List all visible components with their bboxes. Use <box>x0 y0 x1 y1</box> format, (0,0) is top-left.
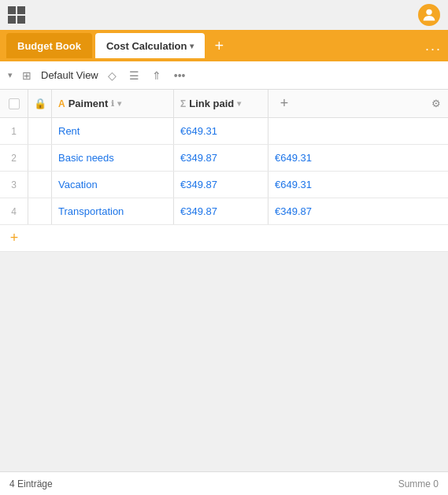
bookmark-icon[interactable]: ◇ <box>105 68 120 83</box>
row-2-lock <box>28 145 52 171</box>
table-header: 🔒 A Paiment ℹ ▾ Σ Link paid ▾ + ⚙ <box>0 90 448 118</box>
row-4-paiment[interactable]: €349.87 <box>174 198 268 224</box>
add-column-icon: + <box>280 95 289 112</box>
row-4-linkpaid[interactable]: €349.87 <box>268 198 331 224</box>
row-4-num: 4 <box>0 198 28 224</box>
add-row: + <box>0 225 448 252</box>
row-3-name[interactable]: Vacation <box>52 172 174 198</box>
row-4-lock <box>28 198 52 224</box>
row-4-name[interactable]: Transportation <box>52 198 174 224</box>
header-checkbox-col <box>0 90 28 117</box>
tab-cost-calc-label: Cost Calculation <box>106 40 187 52</box>
paiment-label: Paiment <box>68 98 109 109</box>
windows-icon[interactable] <box>8 6 25 24</box>
paiment-info-icon[interactable]: ℹ <box>111 99 114 108</box>
row-1-lock <box>28 118 52 144</box>
sum-label: Summe 0 <box>398 478 439 489</box>
svg-point-0 <box>426 9 431 15</box>
toolbar-more-icon[interactable]: ••• <box>171 68 189 83</box>
table-row: 2 Basic needs €349.87 €649.31 <box>0 145 448 172</box>
linkpaid-sum-icon: Σ <box>180 98 186 109</box>
entries-count: 4 Einträge <box>9 478 53 489</box>
user-avatar[interactable] <box>418 4 440 26</box>
row-1-linkpaid[interactable] <box>268 118 331 144</box>
paiment-type-icon: A <box>58 98 65 109</box>
title-bar-left <box>8 6 25 24</box>
row-2-num: 2 <box>0 145 28 171</box>
row-3-paiment[interactable]: €349.87 <box>174 172 268 198</box>
header-linkpaid: Σ Link paid ▾ <box>174 90 268 117</box>
filter-icon[interactable]: ☰ <box>126 68 143 83</box>
tab-cost-calc[interactable]: Cost Calculation ▾ <box>95 33 205 58</box>
tab-budget-book[interactable]: Budget Book <box>6 33 92 58</box>
table-row: 3 Vacation €349.87 €649.31 <box>0 172 448 198</box>
table-container: 🔒 A Paiment ℹ ▾ Σ Link paid ▾ + ⚙ 1 Rent… <box>0 90 448 471</box>
row-3-linkpaid[interactable]: €649.31 <box>268 172 331 198</box>
empty-area <box>0 252 448 471</box>
tab-budget-book-label: Budget Book <box>17 40 81 52</box>
table-row: 1 Rent €649.31 <box>0 118 448 145</box>
status-bar: 4 Einträge Summe 0 <box>0 471 448 495</box>
row-1-name[interactable]: Rent <box>52 118 174 144</box>
select-all-checkbox[interactable] <box>9 98 20 109</box>
add-row-button[interactable]: + <box>0 225 28 251</box>
share-icon[interactable]: ⇑ <box>149 68 165 83</box>
settings-icon: ⚙ <box>431 98 441 109</box>
row-2-name[interactable]: Basic needs <box>52 145 174 171</box>
tab-bar: Budget Book Cost Calculation ▾ + ... <box>0 30 448 61</box>
linkpaid-label: Link paid <box>189 98 234 109</box>
view-label[interactable]: Default View <box>41 69 98 81</box>
tab-cost-calc-chevron: ▾ <box>190 42 194 50</box>
toolbar: ▾ ⊞ Default View ◇ ☰ ⇑ ••• <box>0 61 448 90</box>
add-tab-button[interactable]: + <box>208 38 230 54</box>
title-bar <box>0 0 448 30</box>
paiment-sort-icon[interactable]: ▾ <box>117 99 121 108</box>
header-lock-col: 🔒 <box>28 90 52 117</box>
row-3-lock <box>28 172 52 198</box>
row-1-paiment[interactable]: €649.31 <box>174 118 268 144</box>
tab-more-button[interactable]: ... <box>425 38 442 54</box>
header-add-col[interactable]: + <box>268 90 300 117</box>
header-paiment: A Paiment ℹ ▾ <box>52 90 174 117</box>
header-settings-col[interactable]: ⚙ <box>424 98 448 109</box>
lock-icon: 🔒 <box>34 98 46 109</box>
row-1-num: 1 <box>0 118 28 144</box>
table-view-icon[interactable]: ⊞ <box>19 68 35 83</box>
toolbar-expand-icon[interactable]: ▾ <box>8 70 13 80</box>
row-2-linkpaid[interactable]: €649.31 <box>268 145 331 171</box>
row-3-num: 3 <box>0 172 28 198</box>
table-row: 4 Transportation €349.87 €349.87 <box>0 198 448 225</box>
row-2-paiment[interactable]: €349.87 <box>174 145 268 171</box>
linkpaid-sort-icon[interactable]: ▾ <box>237 99 241 108</box>
